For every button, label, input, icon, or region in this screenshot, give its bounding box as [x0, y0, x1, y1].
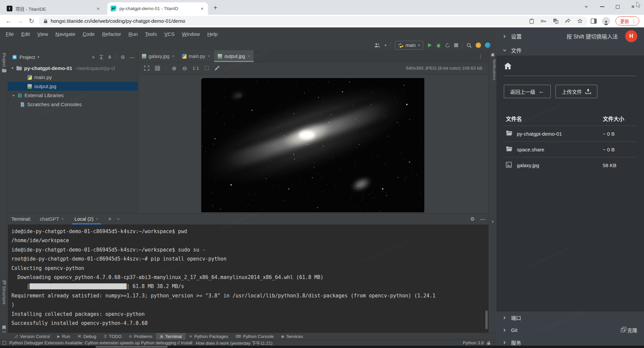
- project-panel-title[interactable]: Project: [19, 54, 35, 60]
- clipboard-icon[interactable]: [529, 18, 534, 24]
- editor-tab[interactable]: galaxy.jpg ×: [138, 50, 178, 62]
- assistant-icon[interactable]: [485, 43, 490, 48]
- stripe-structure-button[interactable]: Structure: [0, 281, 8, 304]
- page-scrollbar-thumb[interactable]: [96, 346, 168, 348]
- zoom-in-icon[interactable]: ⊕: [172, 65, 176, 72]
- menu-item[interactable]: File: [2, 30, 17, 38]
- settings-section-header[interactable]: › 设置 按 Shift 键切换输入法 H: [496, 27, 644, 45]
- menu-item[interactable]: Tools: [142, 30, 161, 38]
- new-tab-button[interactable]: +: [211, 3, 220, 12]
- chevron-right-icon[interactable]: ▸: [12, 93, 15, 97]
- tab-close-icon[interactable]: ×: [208, 54, 210, 59]
- forward-icon[interactable]: →: [17, 18, 23, 24]
- go-up-button[interactable]: 返回上一级 ←: [504, 85, 551, 98]
- grid-icon[interactable]: [155, 66, 160, 71]
- bookmark-star-icon[interactable]: [577, 18, 583, 24]
- debug-button[interactable]: [436, 43, 441, 48]
- menu-item[interactable]: Navigate: [52, 30, 79, 38]
- status-message[interactable]: Python Debugger Extension Available: Cyt…: [9, 340, 192, 345]
- expand-all-icon[interactable]: [99, 55, 103, 59]
- tree-row-main-py[interactable]: main.py: [8, 73, 138, 82]
- menu-item[interactable]: Refactor: [98, 30, 125, 38]
- files-section-header[interactable]: › 文件: [496, 45, 644, 56]
- side-panel-icon[interactable]: [591, 18, 597, 24]
- back-icon[interactable]: ←: [5, 18, 12, 24]
- stop-button[interactable]: [454, 43, 458, 47]
- file-row[interactable]: space.share ~ 0 B: [504, 141, 637, 157]
- terminal-tab[interactable]: chatGPT ×: [38, 214, 66, 224]
- stripe-notifications-label[interactable]: Notifications: [489, 59, 496, 80]
- search-everywhere-icon[interactable]: [467, 43, 472, 48]
- browser-menu-icon[interactable]: ⋮: [632, 18, 636, 24]
- hide-terminal-icon[interactable]: —: [480, 216, 485, 222]
- hide-panel-icon[interactable]: —: [129, 55, 135, 60]
- menu-item[interactable]: Edit: [17, 30, 34, 38]
- python-interpreter[interactable]: Python 3.8: [463, 340, 484, 345]
- tool-window-button[interactable]: ⌨ Python Console: [232, 333, 277, 340]
- terminal-settings-icon[interactable]: ⚙: [470, 216, 475, 222]
- tab-search-button[interactable]: ›: [579, 0, 594, 13]
- tool-window-button[interactable]: ≋ Python Packages: [185, 333, 232, 340]
- collaboration-users-icon[interactable]: [374, 43, 381, 48]
- editor-tab[interactable]: main.py ×: [178, 50, 214, 62]
- tool-window-button[interactable]: ⎇ Version Control: [10, 333, 54, 340]
- status-link[interactable]: How does it work (yesterday 下午11:21): [196, 340, 272, 346]
- chevron-down-icon[interactable]: ▾: [38, 55, 40, 59]
- tree-row-output-jpg[interactable]: output.jpg: [8, 82, 138, 91]
- menu-item[interactable]: View: [34, 30, 52, 38]
- address-bar[interactable]: hongxi.titanide.cn/ide/web/coding/py-cha…: [39, 16, 587, 26]
- tree-row-root[interactable]: ▾ py-chatgpt-demo-01 ~/workspace/py-cl: [8, 64, 138, 73]
- tab-close-icon[interactable]: ×: [200, 6, 205, 11]
- chevron-down-icon[interactable]: ▾: [385, 43, 387, 48]
- tab-close-icon[interactable]: ×: [248, 54, 250, 59]
- file-row[interactable]: py-chatgpt-demo-01 ~ 0 B: [504, 126, 637, 141]
- terminal-scrollbar[interactable]: [485, 310, 488, 329]
- tool-window-button[interactable]: Ж Debug: [74, 333, 100, 340]
- menu-item[interactable]: VCS: [161, 30, 178, 38]
- terminal-tab[interactable]: Local (2) ×: [72, 214, 100, 224]
- browser-tab-pycharm[interactable]: PC py-chatgpt-demo-01 - TitanID ×: [107, 2, 208, 15]
- user-avatar[interactable]: H: [625, 30, 637, 42]
- run-button[interactable]: [427, 43, 432, 48]
- tree-row-external-libraries[interactable]: ▸ External Libraries: [8, 91, 138, 100]
- collapse-all-icon[interactable]: [108, 55, 112, 59]
- browser-tab-titanide[interactable]: t 项目 - TitanIDE ×: [3, 2, 104, 15]
- run-configuration-selector[interactable]: main ▾: [395, 41, 423, 50]
- stripe-project-button[interactable]: Project: [0, 53, 8, 72]
- expand-icon[interactable]: [144, 66, 149, 71]
- tab-close-icon[interactable]: ×: [172, 54, 174, 59]
- git-clone-button[interactable]: 克隆: [621, 327, 637, 334]
- tool-window-button[interactable]: ▶ Run: [54, 333, 74, 340]
- sidebar-section-header[interactable]: › 服务: [496, 336, 644, 346]
- chevron-down-icon[interactable]: ›: [115, 218, 121, 220]
- minimize-button[interactable]: [594, 0, 610, 13]
- key-icon[interactable]: [541, 19, 546, 23]
- editor-options-icon[interactable]: ⋮: [473, 53, 488, 59]
- menu-item[interactable]: Help: [204, 30, 221, 38]
- menu-item[interactable]: Run: [125, 30, 142, 38]
- color-picker-icon[interactable]: [215, 66, 219, 71]
- browser-profile-avatar[interactable]: [602, 17, 610, 25]
- lock-icon[interactable]: [487, 341, 490, 345]
- sidebar-section-header[interactable]: › 端口: [496, 311, 644, 324]
- actual-size-button[interactable]: 1:1: [193, 66, 199, 71]
- menu-item[interactable]: Code: [79, 30, 99, 38]
- new-terminal-icon[interactable]: +: [108, 216, 112, 222]
- zoom-out-icon[interactable]: ⊖: [182, 65, 187, 72]
- reload-icon[interactable]: ↻: [29, 18, 34, 24]
- tool-window-button[interactable]: ☰ TODO: [100, 333, 125, 340]
- upload-file-button[interactable]: 上传文件: [555, 85, 597, 98]
- file-row[interactable]: galaxy.jpg 58 KB: [504, 157, 637, 173]
- fit-zoom-icon[interactable]: [205, 66, 209, 70]
- notifications-bell-icon[interactable]: [490, 53, 495, 57]
- sidebar-section-header[interactable]: › Git 克隆: [496, 324, 644, 336]
- gear-icon[interactable]: ⚙: [121, 55, 125, 60]
- locate-file-icon[interactable]: ⌖: [92, 55, 95, 60]
- chevron-down-icon[interactable]: ▾: [11, 66, 14, 70]
- menu-item[interactable]: Window: [178, 30, 204, 38]
- rerun-icon[interactable]: [445, 43, 450, 48]
- chrome-update-button[interactable]: 更新 ⋮: [615, 16, 639, 25]
- tool-window-widget-icon[interactable]: [3, 341, 6, 345]
- tab-close-icon[interactable]: ×: [96, 6, 101, 11]
- share-icon[interactable]: [565, 18, 571, 23]
